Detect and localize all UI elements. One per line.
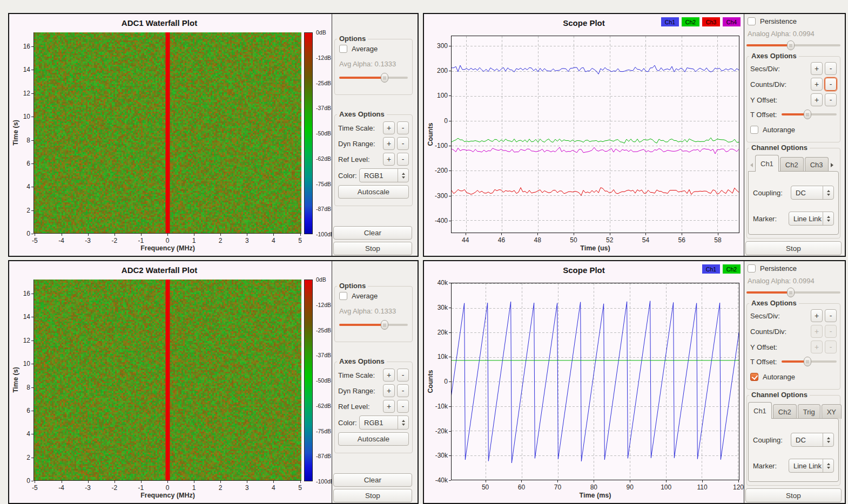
tab-ch2[interactable]: Ch2 (773, 404, 797, 419)
waterfall-canvas[interactable] (34, 32, 301, 233)
spin-arrows[interactable] (823, 459, 833, 472)
ref-level-plus-button[interactable]: + (383, 153, 395, 166)
tick-label: -25dB (316, 327, 331, 333)
slider-handle[interactable] (804, 357, 811, 366)
marker-select[interactable]: Line Link (789, 459, 834, 473)
tab-ch1[interactable]: Ch1 (748, 402, 772, 419)
dyn-range-minus-button[interactable]: - (397, 384, 409, 397)
y-offset-minus-button[interactable]: - (825, 340, 837, 353)
tab-ch3[interactable]: Ch3 (805, 157, 829, 172)
colormap-select[interactable]: RGB1 (359, 168, 409, 182)
average-checkbox[interactable] (339, 292, 347, 300)
dyn-range-plus-button[interactable]: + (383, 137, 395, 150)
spin-arrows[interactable] (823, 212, 833, 225)
y-offset-minus-button[interactable]: - (825, 93, 837, 106)
counts-div-minus-button[interactable]: - (825, 78, 837, 91)
spin-arrows[interactable] (398, 416, 408, 429)
spin-down-icon[interactable] (827, 467, 830, 469)
tick-label: 12 (6, 337, 30, 344)
dyn-range-minus-button[interactable]: - (397, 137, 409, 150)
counts-div-plus-button[interactable]: + (811, 78, 823, 91)
y-offset-plus-button[interactable]: + (811, 93, 823, 106)
persistence-checkbox-row[interactable]: Persistence (748, 264, 840, 273)
persistence-checkbox-row[interactable]: Persistence (748, 17, 840, 25)
dyn-range-plus-button[interactable]: + (383, 384, 395, 397)
spin-up-icon[interactable] (827, 463, 830, 465)
ref-level-minus-button[interactable]: - (397, 400, 409, 413)
secs-div-minus-button[interactable]: - (825, 309, 837, 322)
spin-arrows[interactable] (823, 433, 833, 446)
coupling-select[interactable]: DC (791, 433, 834, 447)
spin-up-icon[interactable] (827, 190, 830, 192)
analog-alpha-slider[interactable] (746, 40, 840, 50)
t-offset-slider[interactable] (782, 357, 837, 366)
tab-scroll-right[interactable] (829, 160, 836, 171)
coupling-select[interactable]: DC (791, 186, 834, 200)
average-checkbox-row[interactable]: Average (339, 45, 408, 53)
analog-alpha-slider[interactable] (746, 288, 840, 297)
scope-canvas[interactable] (452, 283, 739, 480)
secs-div-plus-button[interactable]: + (811, 62, 823, 75)
tick-label: 1 (192, 484, 196, 492)
counts-div-minus-button[interactable]: - (825, 325, 837, 338)
time-scale-plus-button[interactable]: + (383, 369, 395, 382)
stop-button[interactable]: Stop (333, 489, 412, 502)
autorange-checkbox[interactable] (750, 126, 758, 134)
slider-handle[interactable] (381, 320, 388, 330)
time-scale-minus-button[interactable]: - (397, 121, 409, 134)
tab-xy[interactable]: XY (822, 404, 842, 419)
slider-handle[interactable] (787, 40, 795, 50)
slider-handle[interactable] (381, 73, 388, 83)
average-checkbox[interactable] (339, 45, 347, 53)
autorange-checkbox[interactable] (750, 373, 758, 381)
spin-up-icon[interactable] (827, 437, 830, 439)
spin-down-icon[interactable] (827, 441, 830, 443)
counts-div-label: Counts/Div: (750, 80, 811, 88)
colormap-select[interactable]: RGB1 (359, 416, 409, 430)
autoscale-button[interactable]: Autoscale (338, 432, 409, 446)
tick-mark (486, 480, 486, 482)
time-scale-minus-button[interactable]: - (397, 369, 409, 382)
spin-arrows[interactable] (398, 169, 408, 182)
spin-down-icon[interactable] (827, 220, 830, 222)
ref-level-plus-button[interactable]: + (383, 400, 395, 413)
avg-alpha-slider[interactable] (339, 320, 408, 330)
slider-handle[interactable] (804, 110, 811, 119)
spin-down-icon[interactable] (402, 176, 405, 179)
marker-select[interactable]: Line Link (789, 212, 834, 226)
secs-div-plus-button[interactable]: + (811, 309, 823, 322)
tab-ch1[interactable]: Ch1 (755, 155, 779, 172)
y-offset-plus-button[interactable]: + (811, 340, 823, 353)
tab-trig[interactable]: Trig (798, 404, 820, 419)
spin-up-icon[interactable] (402, 173, 405, 175)
secs-div-minus-button[interactable]: - (825, 62, 837, 75)
ref-level-minus-button[interactable]: - (397, 153, 409, 166)
scope-canvas[interactable] (452, 36, 739, 233)
spin-down-icon[interactable] (827, 194, 830, 196)
clear-button[interactable]: Clear (333, 473, 412, 487)
tab-scroll-left[interactable] (748, 160, 755, 171)
tab-ch2[interactable]: Ch2 (780, 157, 804, 172)
waterfall-control-panel: Options Average Avg Alpha: 0.1333 Axes O… (332, 261, 418, 503)
counts-div-plus-button[interactable]: + (811, 325, 823, 338)
waterfall-canvas[interactable] (34, 280, 301, 480)
spin-up-icon[interactable] (827, 216, 830, 218)
stop-button[interactable]: Stop (745, 488, 842, 502)
spin-up-icon[interactable] (402, 420, 405, 422)
average-checkbox-row[interactable]: Average (339, 292, 408, 300)
spin-down-icon[interactable] (402, 424, 405, 426)
spin-arrows[interactable] (823, 186, 833, 199)
autorange-checkbox-row[interactable]: Autorange (750, 126, 836, 134)
stop-button[interactable]: Stop (745, 241, 842, 255)
persistence-checkbox[interactable] (748, 17, 756, 25)
persistence-checkbox[interactable] (748, 264, 756, 273)
autoscale-button[interactable]: Autoscale (338, 185, 409, 199)
stop-button[interactable]: Stop (333, 242, 412, 255)
t-offset-slider[interactable] (782, 110, 837, 119)
slider-handle[interactable] (787, 288, 795, 297)
avg-alpha-slider[interactable] (339, 73, 408, 83)
autorange-checkbox-row[interactable]: Autorange (750, 373, 836, 381)
time-scale-plus-button[interactable]: + (383, 121, 395, 134)
clear-button[interactable]: Clear (333, 226, 412, 240)
time-scale-label: Time Scale: (338, 124, 383, 132)
